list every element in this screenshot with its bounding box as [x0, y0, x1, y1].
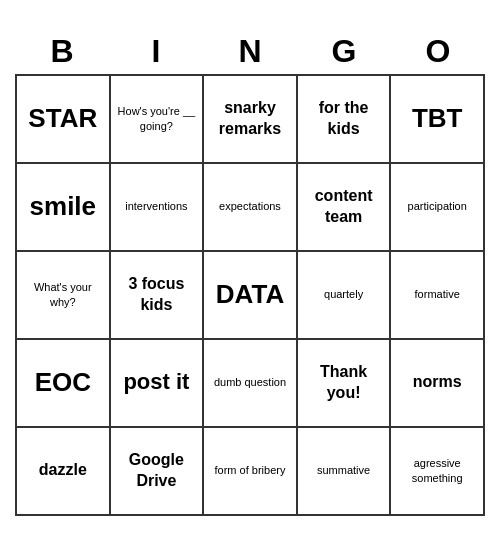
bingo-cell: snarky remarks [204, 76, 298, 164]
bingo-card: BINGO STARHow's you're __ going?snarky r… [15, 29, 485, 516]
bingo-cell: quartely [298, 252, 392, 340]
bingo-cell: How's you're __ going? [111, 76, 205, 164]
bingo-cell: form of bribery [204, 428, 298, 516]
bingo-cell: EOC [17, 340, 111, 428]
bingo-cell: 3 focus kids [111, 252, 205, 340]
header-letter: O [391, 29, 485, 74]
bingo-cell: norms [391, 340, 485, 428]
bingo-cell: content team [298, 164, 392, 252]
bingo-cell: dumb question [204, 340, 298, 428]
bingo-cell: dazzle [17, 428, 111, 516]
bingo-cell: STAR [17, 76, 111, 164]
bingo-cell: agressive something [391, 428, 485, 516]
bingo-cell: formative [391, 252, 485, 340]
header-letter: I [109, 29, 203, 74]
bingo-cell: Google Drive [111, 428, 205, 516]
bingo-cell: interventions [111, 164, 205, 252]
bingo-cell: post it [111, 340, 205, 428]
bingo-cell: TBT [391, 76, 485, 164]
bingo-grid: STARHow's you're __ going?snarky remarks… [15, 74, 485, 516]
header-letter: N [203, 29, 297, 74]
bingo-cell: participation [391, 164, 485, 252]
header-letter: G [297, 29, 391, 74]
bingo-cell: expectations [204, 164, 298, 252]
bingo-cell: What's your why? [17, 252, 111, 340]
bingo-cell: DATA [204, 252, 298, 340]
bingo-cell: smile [17, 164, 111, 252]
header-letter: B [15, 29, 109, 74]
bingo-cell: for the kids [298, 76, 392, 164]
bingo-cell: summative [298, 428, 392, 516]
bingo-cell: Thank you! [298, 340, 392, 428]
bingo-header: BINGO [15, 29, 485, 74]
